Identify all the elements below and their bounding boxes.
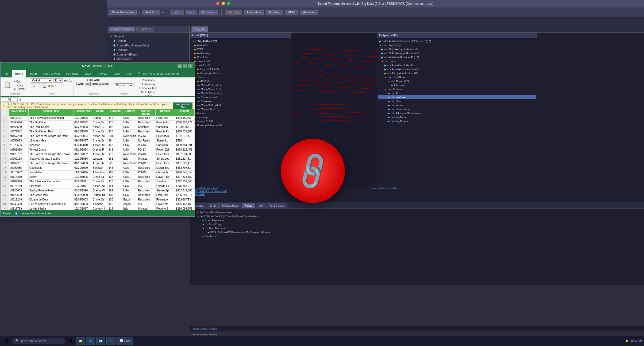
col-header-income[interactable]: Income [175, 109, 195, 116]
cell-rating[interactable]: PG-13 [137, 171, 156, 175]
cell-title[interactable]: The Silence of the Lambs [29, 180, 74, 184]
fill-color-button[interactable]: 🎨 [51, 85, 54, 87]
cell-income[interactable]: $951,227,416 [175, 162, 195, 166]
cell-genre[interactable]: Action, Ac [92, 162, 108, 166]
cell-year[interactable]: 03/05/1991 [74, 180, 92, 184]
paste-button[interactable]: 📋 Paste [3, 81, 12, 89]
cell-director[interactable]: David Finc [156, 175, 175, 179]
cell-income[interactable]: $408,035,783 [175, 130, 195, 134]
cell-id[interactable]: tt0050083 [9, 139, 29, 143]
cell-country[interactable]: Japan [122, 202, 137, 207]
cell-rating[interactable]: PG-13 [137, 162, 156, 166]
xml-item-cbc-streetname[interactable]: ▶ cbc:StreetName [378, 107, 536, 111]
xml-item-nametitle[interactable]: — NameTitle (0:5) [191, 107, 290, 111]
number-format-select[interactable]: General [115, 83, 133, 87]
cell-duration[interactable]: 178 [108, 152, 122, 157]
exchange-button[interactable]: Exchange [199, 10, 218, 15]
xml-item-cac-id[interactable]: ▶ cac:ID [378, 91, 536, 95]
cell-director[interactable]: Peter Jack [156, 152, 175, 157]
xml-item-namesuffix[interactable]: — NameSuffix (0:3) [191, 103, 290, 107]
cell-income[interactable]: $395,467,165 [175, 202, 195, 207]
cell-rating[interactable]: PG-13 [137, 143, 156, 148]
cell-income[interactable]: $246,120,974 [175, 121, 195, 125]
xml-item-additional-doc[interactable]: ▶ order:AdditionalDocumentReference (0:*… [378, 39, 536, 43]
cell-id[interactable]: tt0071562 [9, 130, 29, 134]
cell-country[interactable]: USA [122, 130, 137, 134]
cell-director[interactable]: Hayao Mi [156, 202, 175, 207]
tab-data[interactable]: Data [82, 70, 94, 77]
xml-item-name-attributes[interactable]: ▶ Attributes [378, 83, 536, 87]
xml-item-middlename[interactable]: — MiddleName (0:3) [191, 91, 290, 95]
xml-item-priceinfo[interactable]: ▶ PriceInfo [191, 55, 290, 59]
cell-id[interactable]: tt0076759 [9, 184, 29, 188]
xml-item-paymentdetails[interactable]: ▶ PaymentDetails [191, 67, 290, 71]
xml-item-attributes[interactable]: ▶ Attributes [191, 43, 290, 47]
xml-item-surname[interactable]: — Surname [191, 99, 290, 103]
cell-director[interactable]: Francis Fo [156, 121, 175, 125]
custom-order-link[interactable]: /custom/CustomOrder [369, 186, 449, 194]
format-table-button[interactable]: Format as Table [138, 86, 159, 90]
cell-genre[interactable]: Action, Ac [92, 184, 108, 188]
cell-income[interactable]: $46,879,633 [175, 166, 195, 170]
cell-title[interactable]: 12 Angry Men [29, 139, 74, 143]
cell-country[interactable]: Italy [122, 157, 137, 161]
cell-rating[interactable]: PG-13 [137, 148, 156, 152]
cell-genre[interactable]: Drama, W [92, 189, 108, 193]
get-genuine-button[interactable]: Get genuine Office [173, 103, 192, 109]
bt-item-agconcat[interactable]: ▼ ⊗ AgConcatFirstPresentValue [191, 210, 642, 214]
conditional-formatting-button[interactable]: Conditional [141, 78, 156, 82]
cell-country[interactable]: USA [122, 175, 137, 179]
cell-duration[interactable]: 169 [108, 189, 122, 193]
cell-rating[interactable]: Restricted [137, 130, 156, 134]
taskbar-app-music[interactable]: 🎵 [106, 337, 115, 345]
tab-formulas[interactable]: Formulas [63, 70, 82, 77]
tree-item-general[interactable]: ▼ General [108, 34, 188, 38]
cell-duration[interactable]: 175 [108, 121, 122, 125]
cell-year[interactable]: 04/18/2003 [74, 202, 92, 207]
bt-item-contexts[interactable]: ⊗ Contexts [191, 234, 642, 238]
cell-income[interactable]: $327,333,559 [175, 175, 195, 179]
cell-director[interactable]: Peter Jack [156, 134, 175, 139]
cell-rating[interactable]: PG [137, 184, 156, 188]
cell-genre[interactable]: Drama, Dr [92, 193, 108, 198]
cell-duration[interactable]: 142 [108, 148, 122, 152]
minimize-button[interactable] [221, 2, 225, 5]
cell-duration[interactable]: 152 [108, 125, 122, 129]
cell-genre[interactable]: Western [92, 157, 108, 161]
col-header-rating[interactable]: Content Rating [137, 109, 156, 116]
cell-id[interactable]: tt0120689 [9, 189, 29, 193]
font-color-button[interactable]: A [55, 85, 56, 87]
excel-minimize[interactable]: — [178, 64, 182, 68]
xml-item-givenname[interactable]: — GivenName (0:5) [191, 87, 290, 91]
cell-year[interactable]: 10/10/1995 [74, 116, 92, 120]
cell-rating[interactable]: Unrated [137, 157, 156, 161]
tab-file[interactable]: File [1, 70, 12, 77]
cell-title[interactable]: The Godfather [29, 121, 74, 125]
cell-rating[interactable]: Restricted [137, 166, 156, 170]
formula-input[interactable] [22, 98, 194, 101]
bold-button[interactable]: B [31, 84, 36, 88]
xml-item-building-name[interactable]: ▶ BuildingName [378, 115, 536, 119]
tab-test-cases[interactable]: Test Cases [267, 203, 287, 208]
xml-item-queue[interactable]: ▶ Queue (0:10) [191, 119, 290, 123]
xml-item-cbc-floor[interactable]: ▶ cbc:Floor [378, 99, 536, 103]
cell-director[interactable]: Frank Dar [156, 193, 175, 198]
cell-rating[interactable]: Restricted [137, 180, 156, 184]
cell-duration[interactable]: 189 [108, 193, 122, 198]
cell-reference-input[interactable] [2, 97, 18, 102]
increase-font[interactable]: A↑ [64, 79, 67, 82]
cell-director[interactable]: Christoph [156, 143, 175, 148]
cell-genre[interactable]: Drama, R [92, 148, 108, 152]
merge-center-button[interactable]: Merge & Center [90, 82, 110, 86]
xml-item-ota-airbookrq[interactable]: ▼ OTA_AirBookRQ [191, 39, 290, 43]
xml-item-markattention[interactable]: ▶ cbc:MarkAttentionIndicator [378, 67, 536, 71]
cell-director[interactable]: Martin Sco [156, 166, 175, 170]
bt-item-ota-path[interactable]: ▼ ⊗ /OTA_AirBookRQ/TravelerInfo/AirTrave… [191, 214, 642, 218]
wrap-text-button[interactable]: Wrap Text [76, 82, 90, 86]
cell-id[interactable]: tt0111161 [9, 116, 29, 120]
cell-title[interactable]: Interstellar [29, 171, 74, 175]
mapping-button[interactable]: Mapping [225, 10, 242, 15]
integration-button[interactable]: Integration [244, 10, 264, 15]
cell-genre[interactable]: Animatio [92, 202, 108, 207]
col-header-director[interactable]: Director [156, 109, 175, 116]
